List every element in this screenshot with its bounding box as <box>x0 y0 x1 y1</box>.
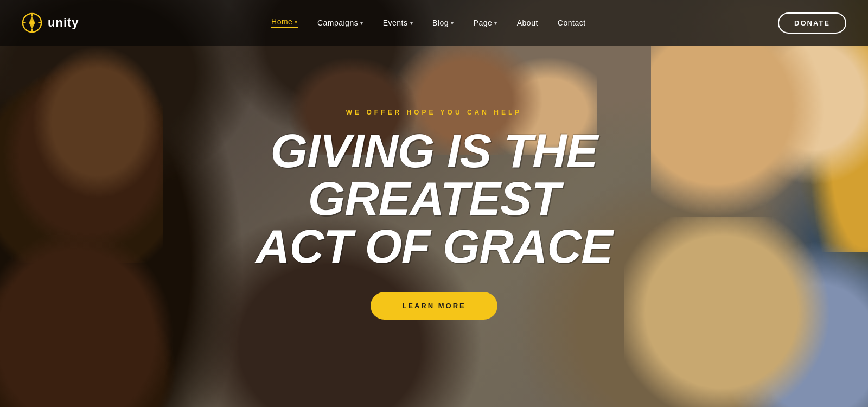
hero-title-line2: GREATEST <box>308 171 560 225</box>
nav-item-contact: Contact <box>558 18 586 27</box>
logo-text: unity <box>48 16 79 30</box>
logo-link[interactable]: unity <box>22 12 79 33</box>
nav-link-blog[interactable]: Blog ▾ <box>432 18 454 27</box>
nav-links: Home ▾ Campaigns ▾ Events ▾ Blog ▾ <box>271 17 586 28</box>
hero-content: WE OFFER HOPE YOU CAN HELP GIVING IS THE… <box>244 109 624 320</box>
nav-item-about: About <box>517 18 538 27</box>
nav-link-events[interactable]: Events ▾ <box>383 18 413 27</box>
hero-title-line3: ACT OF GRACE <box>256 219 612 273</box>
nav-item-campaigns: Campaigns ▾ <box>317 18 363 27</box>
chevron-icon: ▾ <box>410 20 413 26</box>
hero-section: unity Home ▾ Campaigns ▾ Events ▾ <box>0 0 868 407</box>
nav-link-contact[interactable]: Contact <box>558 18 586 27</box>
nav-item-events: Events ▾ <box>383 18 413 27</box>
nav-link-campaigns[interactable]: Campaigns ▾ <box>317 18 363 27</box>
navigation: unity Home ▾ Campaigns ▾ Events ▾ <box>0 0 868 46</box>
nav-link-home[interactable]: Home ▾ <box>271 17 298 28</box>
face-bottom-left <box>0 233 190 407</box>
donate-button[interactable]: DONATE <box>778 12 846 34</box>
nav-link-page[interactable]: Page ▾ <box>474 18 497 27</box>
chevron-icon: ▾ <box>494 20 497 26</box>
logo-icon <box>22 12 42 33</box>
chevron-icon: ▾ <box>360 20 363 26</box>
hero-tagline: WE OFFER HOPE YOU CAN HELP <box>244 109 624 116</box>
hero-title: GIVING IS THE GREATEST ACT OF GRACE <box>244 127 624 270</box>
chevron-icon: ▾ <box>295 19 298 25</box>
hero-title-line1: GIVING IS THE <box>270 124 597 177</box>
learn-more-button[interactable]: LEARN MORE <box>371 292 497 320</box>
nav-item-home: Home ▾ <box>271 17 298 28</box>
svg-point-1 <box>30 21 34 25</box>
nav-item-blog: Blog ▾ <box>432 18 454 27</box>
nav-item-page: Page ▾ <box>474 18 497 27</box>
nav-link-about[interactable]: About <box>517 18 538 27</box>
chevron-icon: ▾ <box>451 20 454 26</box>
face-top-left <box>0 46 163 263</box>
face-bottom-right <box>624 217 868 407</box>
